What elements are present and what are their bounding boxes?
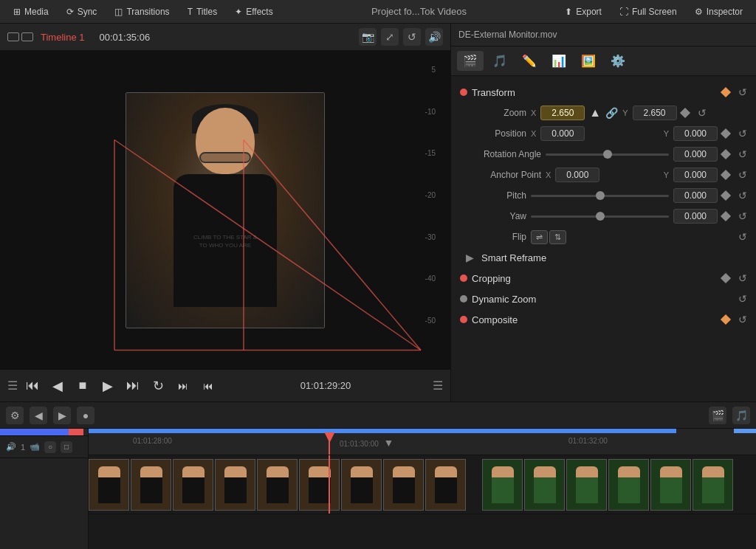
tracks-right-panel: 01:01:28:00 01:01:30:00 ▼ 01:01:32:00 xyxy=(89,429,756,549)
clip-thumb-green-4 xyxy=(608,459,649,511)
track-expand[interactable]: □ xyxy=(61,441,72,453)
rotation-value[interactable]: 0.000 xyxy=(673,147,718,162)
pitch-slider[interactable] xyxy=(531,195,669,197)
forward-icon-btn[interactable]: ▶ xyxy=(53,407,71,424)
zoom-up-arrow[interactable]: ▲ xyxy=(589,106,601,120)
media-icon-btn[interactable]: 🎬 xyxy=(709,407,726,424)
anchor-y-value[interactable]: 0.000 xyxy=(673,168,718,182)
transform-icon-btn[interactable]: ⤢ xyxy=(381,28,399,46)
menu-right: ⬆ Export ⛶ Full Screen ⚙ Inspector xyxy=(557,4,750,20)
rotate-icon-btn[interactable]: ↺ xyxy=(403,28,421,46)
tab-audio[interactable]: 🎵 xyxy=(487,51,513,71)
zoom-y-value[interactable]: 2.650 xyxy=(633,106,677,120)
export-button[interactable]: ⬆ Export xyxy=(557,4,609,20)
smart-reframe-header[interactable]: ▶ Smart Reframe xyxy=(451,247,756,268)
clip-group-1[interactable] xyxy=(89,459,475,511)
position-keyframe[interactable] xyxy=(721,128,731,139)
dot-icon-btn[interactable]: ● xyxy=(77,407,94,424)
play-button[interactable]: ▶ xyxy=(97,376,118,396)
prev-chapter-button[interactable]: ⏮ xyxy=(22,376,43,396)
rotation-reset[interactable]: ↺ xyxy=(738,148,747,160)
yaw-keyframe[interactable] xyxy=(721,211,731,221)
more-options-icon[interactable]: ☰ xyxy=(433,379,443,393)
person-body: CLIMB TO THE STAR &TO WHO YOU ARE xyxy=(173,174,277,307)
menu-sync[interactable]: ⟳ Sync xyxy=(59,4,105,20)
skip-to-start-button[interactable]: ⏭ xyxy=(173,376,193,396)
yaw-value[interactable]: 0.000 xyxy=(673,209,718,224)
pitch-label: Pitch xyxy=(460,190,526,201)
timeline-ruler[interactable]: 01:01:28:00 01:01:30:00 ▼ 01:01:32:00 xyxy=(89,433,756,455)
cropping-keyframe[interactable] xyxy=(721,273,731,283)
sync-icon: ⟳ xyxy=(66,7,74,17)
pitch-value[interactable]: 0.000 xyxy=(673,188,718,203)
tab-settings[interactable]: ⚙️ xyxy=(605,51,631,71)
settings-icon[interactable]: ☰ xyxy=(7,379,18,393)
zoom-link-icon[interactable]: 🔗 xyxy=(605,107,618,119)
position-x-value[interactable]: 0.000 xyxy=(540,126,585,141)
flip-reset[interactable]: ↺ xyxy=(738,231,747,243)
tab-info[interactable]: 🖼️ xyxy=(575,51,602,71)
video-preview: CLIMB TO THE STAR &TO WHO YOU ARE xyxy=(126,92,325,328)
menu-effects[interactable]: ✦ Effects xyxy=(227,4,280,20)
dynamic-zoom-reset[interactable]: ↺ xyxy=(738,293,747,305)
transform-reset-button[interactable]: ↺ xyxy=(738,86,747,98)
zoom-keyframe[interactable] xyxy=(679,108,690,118)
menu-bar: ⊞ Media ⟳ Sync ◫ Transitions T Titles ✦ … xyxy=(0,0,756,24)
composite-reset[interactable]: ↺ xyxy=(738,314,747,325)
stop-button[interactable]: ■ xyxy=(72,376,93,396)
cropping-reset[interactable]: ↺ xyxy=(738,272,747,284)
camera-icon-btn[interactable]: 📷 xyxy=(359,28,377,46)
flip-vertical-button[interactable]: ⇅ xyxy=(549,230,566,244)
fullscreen-button[interactable]: ⛶ Full Screen xyxy=(612,4,684,20)
zoom-row: Zoom X 2.650 ▲ 🔗 Y 2.650 ↺ xyxy=(451,103,756,123)
playhead[interactable] xyxy=(329,433,330,455)
titles-icon: T xyxy=(188,7,193,17)
position-y-value[interactable]: 0.000 xyxy=(673,126,718,141)
ruler-mark-3: 01:01:32:00 xyxy=(568,437,608,445)
inspector-panel: DE-External Monitor.mov 🎬 🎵 ✏️ 📊 🖼️ ⚙️ T… xyxy=(450,24,756,401)
transform-header[interactable]: Transform ↺ xyxy=(451,82,756,103)
loop-button[interactable]: ↻ xyxy=(148,376,168,396)
zoom-x-value[interactable]: 2.650 xyxy=(540,106,585,120)
timeline-current-time: 00:01:35:06 xyxy=(99,32,150,43)
menu-titles[interactable]: T Titles xyxy=(180,4,225,20)
audio-track-icon-btn[interactable]: 🎵 xyxy=(732,407,750,424)
anchor-x-value[interactable]: 0.000 xyxy=(555,168,599,182)
anchor-reset[interactable]: ↺ xyxy=(738,169,747,181)
position-reset[interactable]: ↺ xyxy=(738,128,747,139)
flip-label: Flip xyxy=(460,232,526,242)
prev-frame-button[interactable]: ◀ xyxy=(47,376,68,396)
cropping-header[interactable]: Cropping ↺ xyxy=(451,268,756,289)
transform-keyframe-diamond[interactable] xyxy=(721,87,731,97)
next-chapter-button[interactable]: ⏭ xyxy=(123,376,143,396)
yaw-reset[interactable]: ↺ xyxy=(738,210,747,222)
rotation-keyframe[interactable] xyxy=(721,149,731,159)
skip-to-end-button[interactable]: ⏮ xyxy=(198,376,219,396)
clip-thumb-4 xyxy=(215,459,255,511)
pitch-reset[interactable]: ↺ xyxy=(738,190,747,201)
person-head xyxy=(196,108,255,174)
flip-horizontal-button[interactable]: ⇌ xyxy=(531,230,548,244)
audio-icon-btn[interactable]: 🔊 xyxy=(425,28,443,46)
menu-media[interactable]: ⊞ Media xyxy=(6,4,56,20)
yaw-row: Yaw 0.000 ↺ xyxy=(451,206,756,227)
position-row: Position X 0.000 Y 0.000 ↺ xyxy=(451,123,756,144)
menu-transitions[interactable]: ◫ Transitions xyxy=(107,4,176,20)
video-track xyxy=(89,455,756,514)
track-toggle[interactable]: ○ xyxy=(44,441,56,453)
yaw-slider[interactable] xyxy=(531,215,669,218)
tab-color[interactable]: 📊 xyxy=(546,51,572,71)
settings-icon-btn[interactable]: ⚙ xyxy=(6,407,24,424)
composite-header[interactable]: Composite ↺ xyxy=(451,309,756,330)
composite-keyframe[interactable] xyxy=(721,314,731,325)
inspector-button[interactable]: ⚙ Inspector xyxy=(687,4,750,20)
zoom-reset[interactable]: ↺ xyxy=(698,107,707,119)
tab-effects[interactable]: ✏️ xyxy=(516,51,543,71)
tab-video[interactable]: 🎬 xyxy=(457,51,484,71)
rotation-slider[interactable] xyxy=(546,153,669,156)
clip-group-2[interactable] xyxy=(482,459,756,511)
dynamic-zoom-header[interactable]: Dynamic Zoom ↺ xyxy=(451,289,756,309)
anchor-keyframe[interactable] xyxy=(721,170,731,180)
pitch-keyframe[interactable] xyxy=(721,190,731,201)
back-icon-btn[interactable]: ◀ xyxy=(30,407,47,424)
